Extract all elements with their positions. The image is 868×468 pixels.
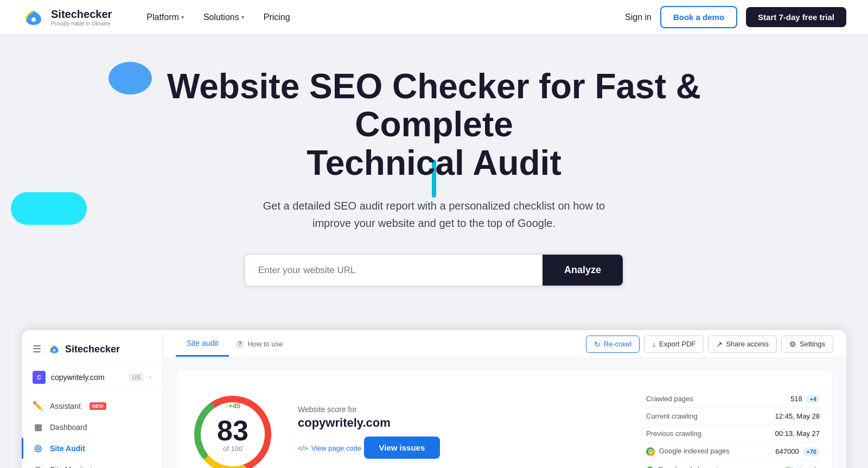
sidebar-header: ☰ Sitechecker	[22, 339, 162, 364]
sidebar-item-assistant[interactable]: ✏️ Assistant NEW	[22, 395, 162, 416]
analyze-button[interactable]: Analyze	[542, 255, 623, 286]
url-search-bar: Analyze	[244, 254, 624, 287]
top-bar: Site audit ? How to use ↻ Re-crawl ↓ Exp…	[163, 330, 846, 358]
dashboard-icon: ▦	[33, 422, 43, 432]
crawled-badge: +4	[806, 395, 820, 403]
score-card: 83 of 100 ↑+45 Website score for copywri…	[176, 369, 833, 468]
hero-subtitle: Get a detailed SEO audit report with a p…	[244, 197, 624, 232]
tab-site-audit[interactable]: Site audit	[176, 331, 229, 357]
sidebar-logo[interactable]: Sitechecker	[48, 344, 120, 355]
stat-current-crawling: Current crawling 12:45, May 28	[646, 408, 820, 425]
sidebar-item-monitoring[interactable]: ◉ Site Monitoring	[22, 459, 162, 468]
hamburger-icon[interactable]: ☰	[33, 343, 41, 355]
score-trend: ↑+45	[225, 402, 241, 410]
recrawl-icon: ↻	[594, 340, 601, 349]
how-to-use-button[interactable]: ? How to use	[229, 337, 289, 352]
view-issues-button[interactable]: View issues	[364, 437, 441, 459]
nav-pricing[interactable]: Pricing	[256, 8, 298, 27]
sidebar-nav: ✏️ Assistant NEW ▦ Dashboard ◎ Site Audi…	[22, 391, 162, 468]
signin-button[interactable]: Sign in	[625, 12, 652, 22]
question-icon: ?	[235, 340, 244, 349]
stat-crawled-pages: Crawled pages 518 +4	[646, 390, 820, 408]
sidebar-logo-text: Sitechecker	[65, 344, 120, 355]
top-actions: ↻ Re-crawl ↓ Export PDF ↗ Share access ⚙…	[586, 336, 833, 353]
monitoring-icon: ◉	[33, 464, 43, 468]
share-access-button[interactable]: ↗ Share access	[708, 336, 777, 353]
demo-button[interactable]: Book a demo	[660, 6, 737, 28]
nav-solutions[interactable]: Solutions ▾	[196, 8, 252, 27]
url-input[interactable]	[245, 255, 542, 286]
top-tabs: Site audit ? How to use	[176, 331, 289, 357]
sidebar-item-site-audit[interactable]: ◎ Site Audit	[22, 438, 162, 459]
export-icon: ↓	[652, 340, 656, 349]
website-score-label: Website score for	[298, 405, 624, 414]
assistant-icon: ✏️	[33, 401, 43, 411]
settings-button[interactable]: ⚙ Settings	[781, 336, 833, 353]
site-audit-icon: ◎	[33, 443, 43, 453]
shield-icon	[646, 466, 654, 468]
site-arrow-icon: ›	[149, 374, 151, 381]
stat-safe-browsing: Google safe browsing Site is safe	[646, 461, 820, 468]
score-center: 83 of 100	[217, 416, 248, 452]
main-content: Site audit ? How to use ↻ Re-crawl ↓ Exp…	[163, 330, 846, 468]
stats-panel: Crawled pages 518 +4 Current crawling 12…	[646, 390, 820, 468]
logo-sub: Proudly made in Ukraine	[51, 21, 112, 27]
share-icon: ↗	[716, 340, 723, 349]
nav-right: Sign in Book a demo Start 7-day free tri…	[625, 6, 846, 28]
svg-point-1	[53, 349, 55, 351]
export-pdf-button[interactable]: ↓ Export PDF	[644, 336, 704, 353]
stat-previous-crawling: Previous crawling 00:13, May 27	[646, 425, 820, 442]
hero-blob-cyan	[11, 192, 87, 225]
content-area: 83 of 100 ↑+45 Website score for copywri…	[163, 358, 846, 468]
chevron-down-icon: ▾	[241, 14, 244, 20]
score-value: 83	[217, 416, 248, 444]
site-name: copywritely.com	[51, 373, 124, 382]
site-entry[interactable]: C copywritely.com US ›	[22, 364, 162, 391]
google-icon: G	[646, 447, 655, 456]
code-icon: </>	[298, 444, 308, 452]
indexed-badge: +70	[803, 447, 820, 456]
svg-point-0	[31, 17, 36, 22]
sidebar-item-dashboard[interactable]: ▦ Dashboard	[22, 416, 162, 438]
site-favicon: C	[33, 371, 46, 384]
site-region: US	[129, 373, 144, 382]
hero-section: Website score for Website SEO Checker fo…	[0, 35, 868, 308]
nav-links: Platform ▾ Solutions ▾ Pricing	[139, 8, 625, 27]
nav-platform[interactable]: Platform ▾	[139, 8, 192, 27]
chevron-down-icon: ▾	[181, 14, 184, 20]
stat-google-indexed: G Google indexed pages 647000 +70	[646, 442, 820, 461]
logo[interactable]: Sitechecker Proudly made in Ukraine	[22, 8, 112, 27]
trial-button[interactable]: Start 7-day free trial	[746, 7, 846, 27]
hero-title: Website score for Website SEO Checker fo…	[108, 67, 760, 182]
recrawl-button[interactable]: ↻ Re-crawl	[586, 336, 640, 353]
website-info: Website score for copywritely.com </> Vi…	[298, 405, 624, 463]
app-preview: ☰ Sitechecker C copywritely.com US › ✏️ …	[22, 330, 846, 468]
score-circle: 83 of 100 ↑+45	[189, 391, 276, 468]
view-code-button[interactable]: </> View page code	[298, 444, 361, 452]
sidebar: ☰ Sitechecker C copywritely.com US › ✏️ …	[22, 330, 163, 468]
logo-name: Sitechecker	[51, 8, 112, 21]
website-domain: copywritely.com	[298, 416, 624, 430]
settings-icon: ⚙	[789, 340, 796, 349]
new-badge: NEW	[90, 402, 106, 410]
